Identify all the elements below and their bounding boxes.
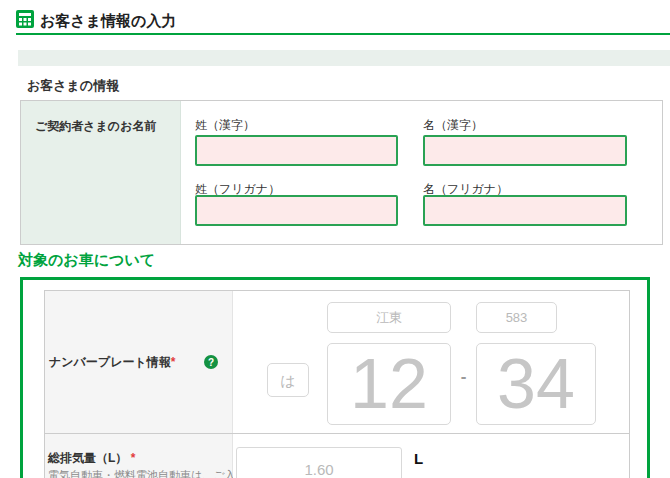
customer-info-heading: お客さまの情報 xyxy=(27,77,119,95)
plate-region-input[interactable] xyxy=(327,302,451,333)
displacement-row: 総排気量（L） * 電気自動車・燃料電池自動車は、ご入力いただく必要はありません… xyxy=(45,434,629,478)
plate-number-left-input[interactable] xyxy=(327,343,451,425)
displacement-field-cell: L xyxy=(233,434,629,478)
plate-class-input[interactable] xyxy=(476,302,557,333)
plate-row-label: ナンバープレート情報* xyxy=(49,354,175,371)
last-name-kanji-label: 姓（漢字） xyxy=(195,117,255,134)
title-underline xyxy=(16,33,670,35)
plate-number-right-input[interactable] xyxy=(476,343,596,425)
first-name-kanji-label: 名（漢字） xyxy=(423,117,483,134)
section-strip xyxy=(18,50,670,66)
calculator-icon xyxy=(16,10,34,28)
car-info-table: ナンバープレート情報* ? - 総排気量（L） * 電気自動車・燃料電池自動車は… xyxy=(44,290,630,478)
first-name-kana-input[interactable] xyxy=(423,195,627,226)
name-fields-cell: 姓（漢字） 名（漢字） 姓（フリガナ） 名（フリガナ） xyxy=(181,101,662,244)
plate-kana-input[interactable] xyxy=(267,363,309,397)
displacement-unit: L xyxy=(414,450,423,467)
required-asterisk: * xyxy=(131,451,136,465)
page-title: お客さま情報の入力 xyxy=(40,12,176,31)
page-root: お客さま情報の入力 お客さまの情報 ご契約者さまのお名前 姓（漢字） 名（漢字）… xyxy=(0,0,670,478)
first-name-kanji-input[interactable] xyxy=(423,135,627,166)
required-asterisk: * xyxy=(171,355,176,369)
displacement-label: 総排気量（L） * xyxy=(48,451,135,465)
name-row-label: ご契約者さまのお名前 xyxy=(21,101,181,244)
car-section-heading: 対象のお車について xyxy=(18,251,155,270)
plate-row: ナンバープレート情報* ? - xyxy=(45,291,629,434)
last-name-kana-input[interactable] xyxy=(195,195,398,226)
displacement-input[interactable] xyxy=(236,447,402,478)
plate-fields-cell: - xyxy=(233,291,629,433)
customer-info-table: ご契約者さまのお名前 姓（漢字） 名（漢字） 姓（フリガナ） 名（フリガナ） xyxy=(20,100,663,245)
last-name-kanji-input[interactable] xyxy=(195,135,398,166)
plate-row-label-cell: ナンバープレート情報* ? xyxy=(45,291,233,433)
question-icon[interactable]: ? xyxy=(204,355,218,369)
displacement-label-cell: 総排気量（L） * 電気自動車・燃料電池自動車は、ご入力いただく必要はありません… xyxy=(45,434,233,478)
plate-number-separator: - xyxy=(451,368,476,385)
